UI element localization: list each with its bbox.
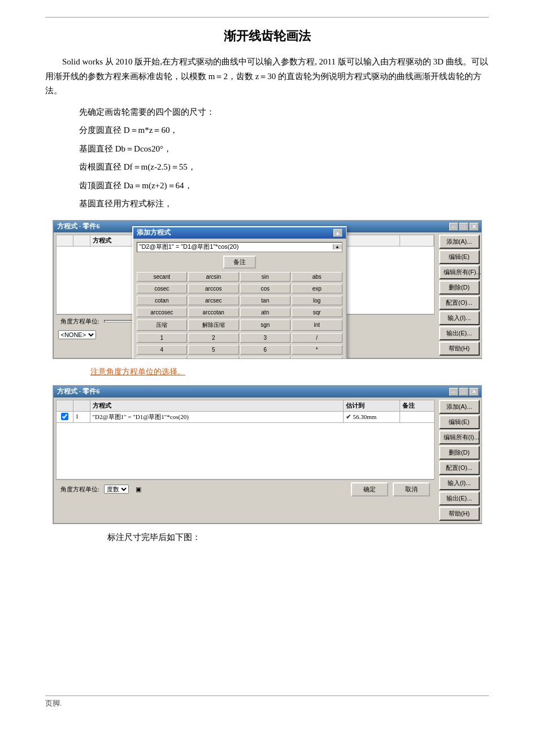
- angle-checkbox-icon: ▣: [136, 486, 141, 493]
- btn-arccosec[interactable]: arccosec: [137, 308, 188, 317]
- num-div[interactable]: /: [292, 333, 342, 343]
- btn-arccos[interactable]: arccos: [188, 284, 239, 293]
- btn-log[interactable]: log: [292, 296, 342, 305]
- maximize-btn[interactable]: □: [459, 223, 468, 231]
- td-check: [57, 412, 73, 422]
- btn-abs[interactable]: abs: [292, 272, 342, 282]
- edit-btn[interactable]: 编辑(E): [439, 250, 480, 264]
- num-5[interactable]: 5: [188, 345, 239, 355]
- eqmgr-title: 方程式 - 零件6: [57, 222, 100, 231]
- num-mul[interactable]: *: [292, 345, 342, 355]
- eqmgr2-confirm[interactable]: 确定: [351, 482, 388, 496]
- func-grid-1: secant arcsin sin abs: [137, 272, 342, 282]
- delete-btn[interactable]: 删除(D): [439, 280, 480, 295]
- formula-input-row: ▲: [137, 242, 342, 252]
- btn-arccotan[interactable]: arccotan: [188, 308, 239, 317]
- indent-line-2: 基圆直径 Db＝Dcos20°，: [79, 141, 489, 157]
- btn-exp[interactable]: exp: [292, 284, 342, 293]
- num-2[interactable]: 2: [188, 333, 239, 343]
- edit-all-btn2[interactable]: 编辑所有(I)...: [439, 430, 480, 444]
- btn-arcsin[interactable]: arcsin: [188, 272, 239, 282]
- eqmgr2-titlebar: 方程式 - 零件6 ─ □ ✕: [54, 386, 482, 398]
- angle-select[interactable]: 度数: [104, 485, 129, 494]
- num-4[interactable]: 4: [137, 345, 188, 355]
- btn-secant[interactable]: secant: [137, 272, 188, 282]
- add-formula-title: 添加方程式: [137, 228, 171, 237]
- btn-sgn[interactable]: sgn: [240, 319, 291, 331]
- formula-input[interactable]: [137, 243, 333, 252]
- screenshot1: 方程式 - 零件6 ─ □ ✕ 方程式: [53, 220, 482, 359]
- angle-label: 角度方程单位:: [60, 317, 99, 326]
- top-line: [45, 17, 489, 18]
- table-row: 1 "D2@草图1" = "D1@草图1"*cos(20) ✔ 56.30mm: [56, 412, 435, 423]
- add-btn2[interactable]: 添加(A)...: [439, 400, 480, 414]
- edit-all-btn[interactable]: 编辑所有(F)...: [439, 265, 480, 279]
- btn-compress[interactable]: 压缩: [137, 319, 188, 331]
- td-estimate: ✔ 56.30mm: [344, 412, 400, 422]
- delete-btn2[interactable]: 删除(D): [439, 446, 480, 460]
- none-dropdown[interactable]: <NONE>: [58, 330, 96, 339]
- eqmgr2-minimize[interactable]: ─: [449, 388, 458, 396]
- close-btn[interactable]: ✕: [470, 223, 479, 231]
- eqmgr2-cancel[interactable]: 取消: [393, 482, 430, 496]
- edit-btn2[interactable]: 编辑(E): [439, 415, 480, 429]
- page-title: 渐开线齿轮画法: [45, 28, 489, 45]
- num-3[interactable]: 3: [240, 333, 291, 343]
- help-btn2[interactable]: 帮助(H): [439, 507, 480, 521]
- num-sub[interactable]: -: [292, 357, 342, 359]
- footer-text: 页脚.: [45, 698, 489, 709]
- minimize-btn[interactable]: ─: [449, 223, 458, 231]
- import-btn2[interactable]: 输入(I)...: [439, 476, 480, 490]
- note-btn[interactable]: 备注: [223, 256, 256, 269]
- numpad-left: 1 2 3 / 4 5 6 *: [137, 333, 342, 359]
- af-close-btn[interactable]: ▲: [333, 229, 342, 237]
- add-btn[interactable]: 添加(A)...: [439, 235, 480, 249]
- indent-line-0: 先确定画齿轮需要的四个圆的尺寸：: [79, 104, 489, 120]
- formula-scroll[interactable]: ▲: [333, 244, 342, 249]
- eqmgr2-right-panel: 添加(A)... 编辑(E) 编辑所有(I)... 删除(D) 配置(O)...…: [437, 398, 482, 523]
- indent-line-5: 基圆直径用方程式标注，: [79, 196, 489, 212]
- btn-arcsec[interactable]: arcsec: [188, 296, 239, 305]
- eqmgr2-main: 方程式 估计到 备注 1 "D2@草图1" = "D1@草图1"*cos(20)…: [54, 398, 437, 523]
- eqmgr2-body: 方程式 估计到 备注 1 "D2@草图1" = "D1@草图1"*cos(20)…: [54, 398, 482, 523]
- screenshot2: 方程式 - 零件6 ─ □ ✕ 方程式 估计到 备注: [53, 385, 482, 524]
- btn-int[interactable]: int: [292, 319, 342, 331]
- btn-cosec[interactable]: cosec: [137, 284, 188, 293]
- th-estimate: 估计到: [344, 400, 400, 411]
- num-1[interactable]: 1: [137, 333, 188, 343]
- func-grid-2: cosec arccos cos exp: [137, 284, 342, 293]
- numpad-row3: 7 8 9 -: [137, 357, 342, 359]
- btn-atn[interactable]: atn: [240, 308, 291, 317]
- eqmgr2-maximize[interactable]: □: [459, 388, 468, 396]
- export-btn[interactable]: 输出(E)...: [439, 326, 480, 340]
- btn-tan[interactable]: tan: [240, 296, 291, 305]
- func-grid-4: arccosec arccotan atn sqr: [137, 308, 342, 317]
- btn-decompress[interactable]: 解除压缩: [188, 319, 239, 331]
- config-btn[interactable]: 配置(O)...: [439, 296, 480, 310]
- col-header-active: [57, 235, 73, 246]
- bottom-line: [45, 695, 489, 696]
- func-grid-3: cotan arcsec tan log: [137, 296, 342, 305]
- eqmgr2-close[interactable]: ✕: [470, 388, 479, 396]
- help-btn[interactable]: 帮助(H): [439, 342, 480, 356]
- btn-cos[interactable]: cos: [240, 284, 291, 293]
- numpad-row1: 1 2 3 /: [137, 333, 342, 343]
- num-9[interactable]: 9: [240, 357, 291, 359]
- indent-line-1: 分度圆直径 D＝m*z＝60，: [79, 122, 489, 139]
- col-header-note: [400, 235, 434, 246]
- num-7[interactable]: 7: [137, 357, 188, 359]
- th-num: [73, 400, 90, 411]
- func-grid-5: 压缩 解除压缩 sgn int: [137, 319, 342, 331]
- config-btn2[interactable]: 配置(O)...: [439, 461, 480, 475]
- num-8[interactable]: 8: [188, 357, 239, 359]
- active-checkbox[interactable]: [61, 413, 68, 420]
- btn-sqr[interactable]: sqr: [292, 308, 342, 317]
- col-header-estimate: [344, 235, 400, 246]
- td-num: 1: [73, 412, 90, 422]
- page: 渐开线齿轮画法 Solid works 从 2010 版开始,在方程式驱动的曲线…: [0, 0, 534, 742]
- num-6[interactable]: 6: [240, 345, 291, 355]
- import-btn[interactable]: 输入(I)...: [439, 311, 480, 325]
- export-btn2[interactable]: 输出(E)...: [439, 491, 480, 506]
- btn-sin[interactable]: sin: [240, 272, 291, 282]
- btn-cotan[interactable]: cotan: [137, 296, 188, 305]
